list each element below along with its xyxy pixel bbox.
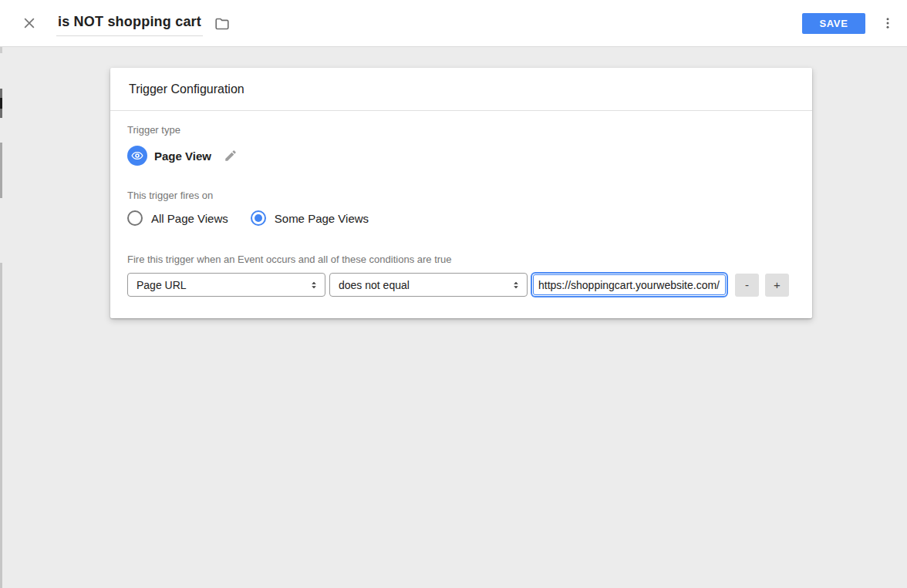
trigger-configuration-card: Trigger Configuration Trigger type Page … (110, 68, 812, 318)
folder-icon[interactable] (213, 15, 231, 33)
card-body: Trigger type Page View This trigger fire… (110, 111, 812, 318)
variable-select-value: Page URL (137, 279, 308, 291)
radio-selected-icon (251, 210, 266, 226)
close-x-glyph (22, 15, 37, 31)
condition-row: Page URL does not equal (127, 272, 795, 297)
edge-segment (0, 263, 2, 588)
fires-on-label: This trigger fires on (127, 190, 795, 201)
eye-glyph (130, 148, 145, 163)
card-title: Trigger Configuration (110, 68, 812, 111)
trigger-type-name: Page View (154, 150, 211, 163)
header-actions: SAVE (802, 13, 907, 34)
overflow-menu-icon[interactable] (878, 13, 898, 33)
select-arrows-icon (510, 279, 522, 291)
edge-segment (0, 47, 2, 53)
trigger-type-label: Trigger type (127, 124, 795, 136)
save-button[interactable]: SAVE (802, 13, 865, 34)
remove-condition-button[interactable]: - (735, 274, 759, 297)
fires-on-options: All Page Views Some Page Views (127, 210, 795, 226)
condition-help-label: Fire this trigger when an Event occurs a… (127, 254, 795, 265)
folder-glyph (214, 15, 231, 32)
vertical-dots-glyph (881, 16, 895, 30)
background-page-edge (0, 47, 2, 588)
condition-value-field-focus-ring (531, 272, 728, 297)
variable-select[interactable]: Page URL (127, 273, 325, 297)
close-icon[interactable] (21, 15, 38, 32)
trigger-type-row: Page View (127, 146, 795, 166)
add-condition-button[interactable]: + (765, 274, 789, 297)
radio-all-page-views[interactable]: All Page Views (127, 210, 228, 226)
condition-value-input[interactable] (533, 274, 726, 295)
dialog-content-area: Trigger Configuration Trigger type Page … (0, 68, 907, 318)
operator-select-value: does not equal (339, 279, 510, 291)
radio-label: All Page Views (151, 212, 228, 225)
pencil-glyph (224, 149, 238, 163)
edit-trigger-type-icon[interactable] (223, 148, 238, 163)
trigger-name-input[interactable]: is NOT shopping cart (56, 11, 203, 36)
edge-segment (0, 143, 2, 198)
radio-label: Some Page Views (275, 212, 369, 225)
page-view-icon (127, 146, 147, 166)
radio-unselected-icon (127, 210, 143, 226)
dialog-header-bar: is NOT shopping cart SAVE (0, 0, 907, 47)
select-arrows-icon (308, 279, 320, 291)
operator-select[interactable]: does not equal (329, 273, 528, 297)
edge-segment (0, 98, 2, 109)
radio-some-page-views[interactable]: Some Page Views (251, 210, 369, 226)
